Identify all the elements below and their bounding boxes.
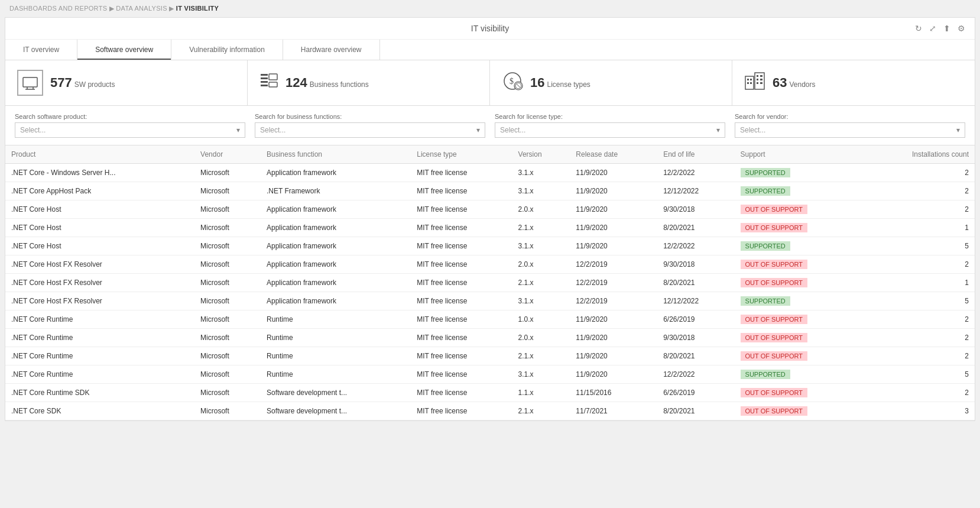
filter-product-placeholder: Select... [20,126,46,134]
cell-license-type: MIT free license [411,384,512,402]
cell-vendor: Microsoft [194,219,261,237]
cell-version: 2.1.x [512,402,570,420]
card-sw-products: 577 SW products [5,60,248,105]
filter-vendor-select[interactable]: Select... ▾ [735,122,965,138]
cell-license-type: MIT free license [411,292,512,310]
cell-support: OUT OF SUPPORT [735,200,863,219]
cell-license-type: MIT free license [411,365,512,384]
vendors-number: 63 [773,75,787,90]
col-header-release-date[interactable]: Release date [570,145,657,164]
tab-it-overview[interactable]: IT overview [5,40,77,60]
cell-vendor: Microsoft [194,402,261,420]
tab-vulnerability-information[interactable]: Vulnerability information [171,40,283,60]
svg-rect-0 [23,77,37,87]
cell-release-date: 11/9/2020 [570,200,657,219]
table-row: .NET Core Host Microsoft Application fra… [5,200,975,219]
cell-version: 1.1.x [512,384,570,402]
support-badge: OUT OF SUPPORT [741,223,807,232]
cell-support: OUT OF SUPPORT [735,384,863,402]
table-row: .NET Core Host Microsoft Application fra… [5,237,975,255]
cell-license-type: MIT free license [411,200,512,219]
cell-version: 3.1.x [512,237,570,255]
filter-vendor-label: Search for vendor: [735,113,965,120]
cell-end-of-life: 12/12/2022 [657,182,734,200]
cell-support: SUPPORTED [735,164,863,182]
cell-vendor: Microsoft [194,182,261,200]
cell-license-type: MIT free license [411,347,512,365]
svg-rect-6 [261,81,268,83]
data-table: Product Vendor Business function License… [5,145,975,420]
filter-vendor-placeholder: Select... [740,126,765,134]
cell-vendor: Microsoft [194,310,261,329]
cell-release-date: 11/9/2020 [570,164,657,182]
cell-support: SUPPORTED [735,182,863,200]
col-header-vendor[interactable]: Vendor [194,145,261,164]
cell-version: 2.0.x [512,255,570,274]
svg-rect-19 [747,82,749,84]
cell-product: .NET Core AppHost Pack [5,182,194,200]
support-badge: OUT OF SUPPORT [741,278,807,287]
cell-product: .NET Core Host FX Resolver [5,255,194,274]
cell-installations: 2 [863,347,975,365]
cell-installations: 2 [863,384,975,402]
filter-vendor: Search for vendor: Select... ▾ [735,113,965,138]
col-header-license-type[interactable]: License type [411,145,512,164]
support-badge: SUPPORTED [741,370,790,379]
cell-business-function: Software development t... [261,402,411,420]
cell-product: .NET Core Host [5,237,194,255]
card-business-functions: 124 Business functions [248,60,490,105]
support-badge: SUPPORTED [741,168,790,177]
cell-release-date: 11/15/2016 [570,384,657,402]
svg-rect-26 [760,82,762,84]
expand-icon[interactable]: ⤢ [929,24,936,33]
filter-license-type-select[interactable]: Select... ▾ [495,122,725,138]
filter-license-type-label: Search for license type: [495,113,725,120]
filter-product-select[interactable]: Select... ▾ [15,122,245,138]
cell-vendor: Microsoft [194,274,261,292]
settings-icon[interactable]: ⚙ [958,24,965,33]
cell-product: .NET Core Runtime [5,310,194,329]
col-header-product[interactable]: Product [5,145,194,164]
col-header-business-function[interactable]: Business function [261,145,411,164]
business-functions-label: Business functions [310,80,369,89]
cell-end-of-life: 8/20/2021 [657,402,734,420]
filter-business-function-select[interactable]: Select... ▾ [255,122,485,138]
table-row: .NET Core - Windows Server H... Microsof… [5,164,975,182]
col-header-version[interactable]: Version [512,145,570,164]
cell-license-type: MIT free license [411,329,512,347]
cell-business-function: Application framework [261,292,411,310]
breadcrumb-part1[interactable]: DASHBOARDS AND REPORTS [9,5,107,12]
sw-products-label: SW products [74,80,115,89]
filter-product-label: Search software product: [15,113,245,120]
cell-vendor: Microsoft [194,384,261,402]
cell-support: OUT OF SUPPORT [735,219,863,237]
cell-product: .NET Core Host FX Resolver [5,292,194,310]
cell-installations: 5 [863,237,975,255]
cell-business-function: Application framework [261,237,411,255]
col-header-support[interactable]: Support [735,145,863,164]
support-badge: OUT OF SUPPORT [741,315,807,324]
cell-version: 1.0.x [512,310,570,329]
license-types-label: License types [547,80,590,89]
breadcrumb-part2[interactable]: DATA ANALYSIS [116,5,167,12]
svg-rect-16 [755,73,764,89]
svg-text:$: $ [510,77,514,86]
col-header-end-of-life[interactable]: End of life [657,145,734,164]
tab-hardware-overview[interactable]: Hardware overview [283,40,380,60]
cell-release-date: 11/9/2020 [570,329,657,347]
refresh-icon[interactable]: ↻ [915,24,922,33]
cell-support: OUT OF SUPPORT [735,255,863,274]
cell-vendor: Microsoft [194,347,261,365]
filter-product-arrow: ▾ [236,126,240,134]
breadcrumb-separator: ▶ [109,5,116,12]
tab-software-overview[interactable]: Software overview [77,40,171,60]
support-badge: OUT OF SUPPORT [741,351,807,361]
filter-product: Search software product: Select... ▾ [15,113,245,138]
cell-release-date: 12/2/2019 [570,255,657,274]
sw-products-icon [17,70,43,96]
col-header-installations[interactable]: Installations count [863,145,975,164]
cell-installations: 2 [863,255,975,274]
export-icon[interactable]: ⬆ [943,24,950,33]
cell-license-type: MIT free license [411,310,512,329]
svg-rect-23 [757,79,758,80]
